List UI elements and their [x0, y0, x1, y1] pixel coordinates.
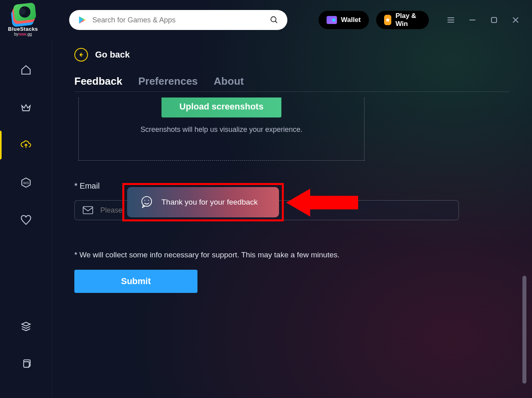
brand-logo[interactable]: BlueStacks bynow.gg	[8, 4, 38, 36]
play-store-icon	[78, 16, 87, 24]
search-bar[interactable]	[69, 10, 287, 30]
sidebar-heart[interactable]	[20, 214, 32, 226]
search-icon[interactable]	[270, 16, 279, 24]
play-win-label: Play & Win	[395, 12, 421, 28]
upload-dropzone[interactable]: Upload screenshots Screenshots will help…	[78, 98, 365, 161]
hamburger-icon[interactable]	[445, 14, 457, 26]
wallet-button[interactable]: Wallet	[319, 11, 369, 29]
svg-text:W3: W3	[23, 181, 29, 185]
tab-preferences[interactable]: Preferences	[138, 75, 198, 88]
svg-point-0	[271, 17, 276, 22]
search-input[interactable]	[92, 16, 264, 24]
topbar: BlueStacks bynow.gg Wallet Play & Win	[0, 0, 532, 40]
sidebar-w3[interactable]: W3	[20, 177, 32, 189]
upload-button[interactable]: Upload screenshots	[161, 98, 281, 117]
sidebar-crown[interactable]	[20, 101, 32, 113]
tab-feedback[interactable]: Feedback	[74, 75, 122, 88]
annotation-highlight-box	[122, 183, 284, 221]
arrow-left-icon	[74, 48, 88, 62]
svg-rect-6	[492, 18, 497, 23]
logo-icon	[11, 4, 36, 24]
tab-about[interactable]: About	[214, 75, 244, 88]
window-controls	[445, 14, 522, 26]
sidebar: W3	[0, 40, 52, 398]
sidebar-home[interactable]	[20, 64, 32, 76]
mail-icon	[83, 206, 93, 214]
disclaimer-text: * We will collect some info necessary fo…	[74, 251, 510, 259]
svg-line-1	[275, 21, 277, 23]
play-win-button[interactable]: Play & Win	[376, 11, 429, 29]
sidebar-cloud-sync[interactable]	[20, 139, 32, 151]
go-back-link[interactable]: Go back	[74, 48, 510, 62]
annotation-arrow	[286, 185, 358, 222]
wallet-icon	[327, 16, 337, 24]
minimize-button[interactable]	[466, 14, 478, 26]
go-back-label: Go back	[95, 50, 130, 60]
scrollbar-thumb[interactable]	[522, 276, 526, 384]
svg-rect-11	[83, 207, 93, 214]
submit-button[interactable]: Submit	[74, 270, 197, 293]
brand-name: BlueStacks	[8, 26, 38, 32]
sidebar-stack[interactable]	[20, 320, 32, 332]
maximize-button[interactable]	[488, 14, 500, 26]
sidebar-multi-window[interactable]	[20, 358, 32, 370]
wallet-label: Wallet	[341, 16, 361, 24]
brand-byline: bynow.gg	[14, 32, 32, 36]
star-icon	[384, 15, 392, 25]
close-button[interactable]	[510, 14, 522, 26]
upload-hint: Screenshots will help us visualize your …	[140, 125, 302, 134]
settings-tabs: Feedback Preferences About	[74, 75, 510, 92]
